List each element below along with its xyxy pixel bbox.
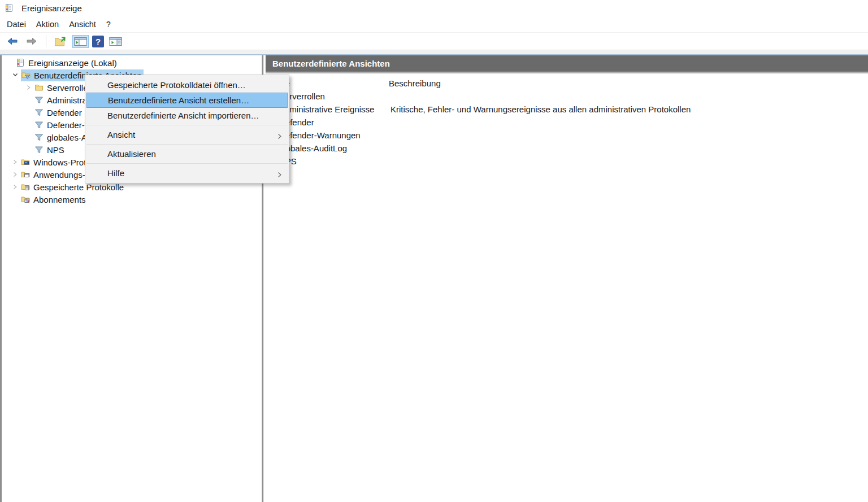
list-item-name: Serverrollen: [279, 91, 390, 101]
menu-separator: [86, 163, 288, 164]
window-title: Ereignisanzeige: [21, 3, 82, 13]
list-item-name: globales-AuditLog: [279, 143, 390, 153]
chevron-right-icon[interactable]: [10, 172, 21, 177]
help-icon: ?: [96, 37, 101, 46]
title-bar: Ereignisanzeige: [0, 0, 868, 16]
menu-item-label: Ansicht: [107, 130, 135, 139]
chevron-right-icon[interactable]: [10, 159, 21, 165]
toolbar-separator: [46, 35, 46, 47]
menu-separator: [86, 144, 288, 145]
subscriptions-folder-icon: [21, 195, 30, 204]
list-item-globales-auditlog[interactable]: globales-AuditLog: [266, 142, 868, 155]
forward-icon: [25, 37, 38, 46]
menu-item-ansicht[interactable]: Ansicht: [85, 127, 289, 142]
chevron-right-icon[interactable]: [23, 85, 34, 90]
open-saved-log-button[interactable]: [53, 34, 69, 49]
app-logs-folder-icon: [21, 170, 30, 179]
menu-item-benutzerdefinierte-ansicht-importieren[interactable]: Benutzerdefinierte Ansicht importieren…: [85, 108, 289, 123]
tree-item-label: NPS: [47, 145, 64, 155]
tree-item-label: Abonnements: [33, 195, 86, 204]
tree-root-ereignisanzeige[interactable]: Ereignisanzeige (Lokal): [2, 56, 261, 69]
tree-root-label: Ereignisanzeige (Lokal): [28, 58, 117, 68]
folder-icon: [34, 83, 44, 92]
list-item-nps[interactable]: NPS: [266, 155, 868, 168]
list-item-name: Defender-Warnungen: [279, 130, 390, 140]
tree-item-abonnements[interactable]: Abonnements: [2, 193, 261, 206]
custom-views-folder-icon: [21, 71, 31, 80]
menu-item-label: Gespeicherte Protokolldatei öffnen…: [107, 80, 246, 90]
menu-item-hilfe[interactable]: Hilfe: [85, 165, 289, 181]
help-button[interactable]: ?: [92, 36, 104, 47]
back-icon: [6, 37, 19, 46]
menu-item-gespeicherte-protokolldatei-oeffnen[interactable]: Gespeicherte Protokolldatei öffnen…: [85, 77, 289, 93]
event-viewer-icon: [16, 58, 25, 67]
saved-logs-folder-icon: [21, 182, 30, 191]
custom-views-list: Name Beschreibung Serverrollen Administr…: [266, 73, 868, 168]
open-saved-log-icon: [54, 36, 67, 47]
menu-help[interactable]: ?: [101, 18, 116, 31]
list-column-headers: Name Beschreibung: [266, 77, 868, 90]
menu-bar: Datei Aktion Ansicht ?: [0, 16, 868, 33]
list-item-name: Defender: [279, 117, 390, 127]
list-item-name: NPS: [279, 156, 390, 166]
menu-item-label: Benutzerdefinierte Ansicht erstellen…: [108, 95, 249, 105]
show-console-tree-button[interactable]: [72, 35, 89, 48]
menu-ansicht[interactable]: Ansicht: [64, 18, 101, 31]
menu-datei[interactable]: Datei: [2, 18, 31, 31]
filter-icon: [34, 108, 44, 117]
event-viewer-icon: [5, 3, 14, 12]
show-console-tree-icon: [74, 37, 87, 46]
toolbar: ?: [0, 33, 868, 50]
menu-item-label: Aktualisieren: [107, 149, 156, 159]
context-menu: Gespeicherte Protokolldatei öffnen… Benu…: [85, 75, 289, 184]
filter-icon: [34, 95, 44, 104]
main-panel-title: Benutzerdefinierte Ansichten: [272, 59, 390, 68]
menu-item-label: Hilfe: [107, 168, 124, 178]
list-item-serverrollen[interactable]: Serverrollen: [266, 90, 868, 103]
list-item-name: Administrative Ereignisse: [279, 104, 390, 114]
menu-aktion[interactable]: Aktion: [31, 18, 64, 31]
filter-icon: [34, 145, 44, 154]
event-viewer-window: Ereignisanzeige Datei Aktion Ansicht ?: [0, 0, 868, 502]
main-panel-header: Benutzerdefinierte Ansichten: [266, 55, 868, 72]
column-header-description[interactable]: Beschreibung: [389, 78, 868, 88]
toolbar-lower-strip: [0, 50, 868, 54]
show-action-pane-button[interactable]: [107, 35, 124, 48]
menu-item-label: Benutzerdefinierte Ansicht importieren…: [107, 111, 259, 120]
list-item-defender-warnungen[interactable]: Defender-Warnungen: [266, 129, 868, 142]
list-item-defender[interactable]: Defender: [266, 116, 868, 129]
menu-item-aktualisieren[interactable]: Aktualisieren: [85, 146, 289, 161]
main-panel: Benutzerdefinierte Ansichten Name Beschr…: [266, 55, 868, 502]
list-item-administrative-ereignisse[interactable]: Administrative Ereignisse Kritische, Feh…: [266, 103, 868, 116]
filter-icon: [34, 133, 44, 142]
list-item-description: Kritische, Fehler- und Warnungsereigniss…: [390, 104, 868, 114]
chevron-down-icon[interactable]: [10, 73, 21, 77]
menu-item-benutzerdefinierte-ansicht-erstellen[interactable]: Benutzerdefinierte Ansicht erstellen…: [86, 93, 288, 108]
chevron-right-icon[interactable]: [10, 184, 21, 190]
menu-separator: [86, 125, 288, 125]
submenu-arrow-icon: [277, 132, 282, 141]
windows-logs-folder-icon: [21, 158, 30, 167]
filter-icon: [34, 120, 44, 129]
tree-item-label: Defender: [47, 108, 82, 117]
show-action-pane-icon: [109, 37, 122, 46]
forward-button[interactable]: [24, 35, 40, 47]
submenu-arrow-icon: [277, 170, 282, 180]
back-button[interactable]: [5, 35, 20, 47]
tree-item-label: Gespeicherte Protokolle: [33, 182, 124, 192]
